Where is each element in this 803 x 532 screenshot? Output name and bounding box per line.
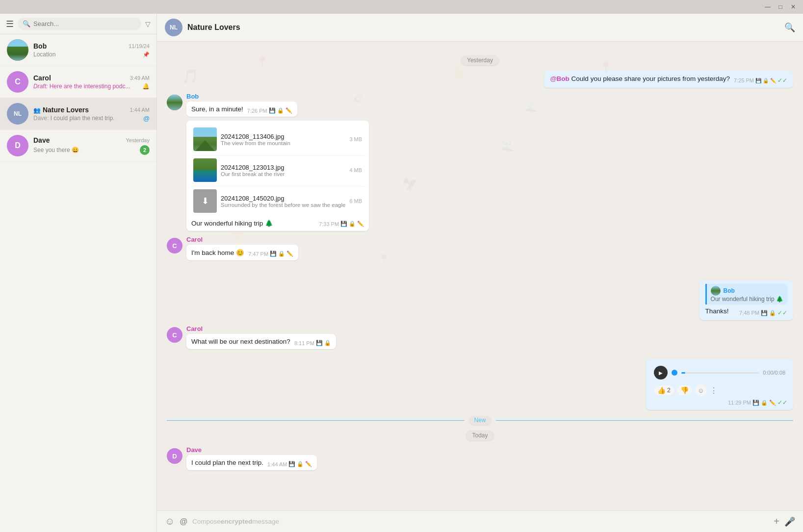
chat-info-carol: Carol 3:49 AM Draft: Here are the intere…	[33, 74, 150, 90]
msg-content-dave-1: Dave I could plan the next trip. 1:44 AM…	[186, 446, 317, 470]
at-badge-nature-lovers: @	[143, 115, 150, 122]
minimize-button[interactable]: —	[764, 3, 772, 11]
compose-attach-icon[interactable]: +	[774, 516, 779, 527]
msg-content-bob-files: 20241208_113406.jpg The view from the mo…	[186, 121, 369, 231]
compose-message-suffix: message	[252, 518, 279, 525]
message-group-carol-2: C Carol What will be our next destinatio…	[167, 325, 793, 349]
reaction-thumbsup[interactable]: 👍 2	[654, 385, 674, 395]
file-footer-text: Our wonderful hiking trip 🌲	[191, 219, 273, 227]
compose-bar: ☺ @ Compose encrypted message + 🎤	[157, 510, 803, 532]
save-icon-b1: 💾	[269, 107, 276, 114]
draft-label-carol: Draft:	[33, 83, 48, 90]
edit-icon-bf: ✏️	[357, 221, 364, 227]
edit-icon: ✏️	[770, 78, 776, 83]
file-name-2: 20241208_123013.jpg	[221, 164, 345, 171]
thumbsdown-emoji: 👎	[680, 386, 689, 394]
chat-time-dave: Yesterday	[126, 137, 150, 143]
msg-avatar-carol-2: C	[167, 327, 182, 343]
chat-item-bob[interactable]: Bob 11/19/24 Location 📌	[0, 34, 156, 66]
msg-bubble-bob-1: Sure, in a minute! 7:26 PM 💾 🔒 ✏️	[186, 101, 297, 117]
msg-bubble-carol-2: What will be our next destination? 8:11 …	[186, 334, 336, 349]
maximize-button[interactable]: □	[777, 3, 784, 11]
filter-icon[interactable]: ▽	[145, 20, 151, 28]
chat-time-bob: 11/19/24	[129, 43, 150, 49]
audio-dot	[672, 370, 677, 376]
file-attachment-3[interactable]: ⬇ 20241208_145020.jpg Surrounded by the …	[189, 186, 366, 216]
chat-preview-carol: Draft: Here are the interesting podc...	[33, 83, 142, 90]
day-divider-today: Today	[167, 431, 793, 440]
audio-bar[interactable]	[681, 372, 759, 374]
file-info-3: 20241208_145020.jpg Surrounded by the fo…	[221, 195, 345, 208]
audio-player: ▶ 0:00/0:08	[652, 363, 787, 382]
compose-at-icon[interactable]: @	[180, 517, 187, 526]
reaction-thumbsdown[interactable]: 👎	[677, 385, 692, 395]
quoted-text-thanks: Our wonderful hiking trip 🌲	[711, 296, 783, 303]
file-info-2: 20241208_123013.jpg Our first break at t…	[221, 164, 345, 177]
chat-main: NL Nature Lovers 🔍 🎵 📍 🎸 ⭐ 🌊 📍 🎵 🌿 🦅	[157, 14, 803, 532]
chat-item-nature-lovers[interactable]: NL 👥 Nature Lovers 1:44 AM Dave: I could…	[0, 98, 156, 130]
message-group-dave-1: D Dave I could plan the next trip. 1:44 …	[167, 446, 793, 470]
chat-preview-bob: Location	[33, 51, 143, 58]
compose-mic-icon[interactable]: 🎤	[784, 516, 795, 527]
chat-name-carol: Carol	[33, 74, 51, 82]
msg-sender-dave-1: Dave	[186, 446, 317, 454]
chat-name-dave: Dave	[33, 136, 50, 144]
msg-meta-carol-1: 7:47 PM 💾 🔒 ✏️	[248, 251, 293, 257]
file-thumb-3: ⬇	[193, 189, 217, 213]
thumbsup-emoji: 👍	[657, 386, 666, 394]
menu-icon[interactable]: ☰	[6, 19, 14, 29]
chat-info-bob: Bob 11/19/24 Location 📌	[33, 42, 150, 58]
new-label: New	[469, 416, 491, 425]
edit-icon-b1: ✏️	[285, 107, 292, 114]
save-icon-c2: 💾	[316, 340, 323, 346]
file-desc-3: Surrounded by the forest before we saw t…	[221, 202, 345, 208]
msg-content-carol-1: Carol I'm back home 😊 7:47 PM 💾 🔒 ✏️	[186, 236, 298, 260]
msg-meta-thanks: 7:48 PM 💾 🔒 ✓✓	[739, 309, 787, 316]
msg-sender-carol-2: Carol	[186, 325, 336, 332]
play-button[interactable]: ▶	[654, 366, 668, 380]
search-box[interactable]: 🔍	[18, 18, 141, 30]
search-input[interactable]	[33, 20, 136, 27]
draft-text-carol: Here are the interesting podc...	[50, 83, 130, 90]
msg-meta-bob-files: 7:33 PM 💾 🔒 ✏️	[319, 221, 364, 227]
lock-icon-v: 🔒	[761, 400, 768, 406]
mention-bob: @Bob	[550, 75, 569, 82]
chat-item-dave[interactable]: D Dave Yesterday See you there 😀 2	[0, 130, 156, 162]
file-size-1: 3 MB	[349, 136, 362, 142]
msg-avatar-dave-1: D	[167, 448, 182, 464]
check-icon-1: ✓✓	[777, 77, 787, 84]
file-thumb-1	[193, 127, 217, 151]
file-footer: Our wonderful hiking trip 🌲 7:33 PM 💾 🔒 …	[189, 217, 366, 228]
voice-meta: 11:29 PM 💾 🔒 ✏️ ✓✓	[652, 397, 787, 406]
lock-icon-c2: 🔒	[324, 340, 331, 346]
reaction-add-emoji[interactable]: ☺	[695, 384, 707, 396]
file-attachment-2[interactable]: 20241208_123013.jpg Our first break at t…	[189, 155, 366, 185]
file-attachment-1[interactable]: 20241208_113406.jpg The view from the mo…	[189, 125, 366, 154]
msg-meta-carol-2: 8:11 PM 💾 🔒	[294, 340, 331, 346]
compose-emoji-icon[interactable]: ☺	[165, 516, 175, 527]
chat-info-nature-lovers: 👥 Nature Lovers 1:44 AM Dave: I could pl…	[33, 106, 150, 122]
chat-time-nature-lovers: 1:44 AM	[130, 107, 150, 113]
header-search-icon[interactable]: 🔍	[784, 22, 795, 33]
save-icon: 💾	[755, 78, 761, 83]
pin-icon-bob: 📌	[143, 51, 150, 58]
reaction-count-thumbsup: 2	[667, 387, 671, 394]
chat-messages[interactable]: 🎵 📍 🎸 ⭐ 🌊 📍 🎵 🌿 🦅 🌊 ⭐ 📍 Yesterday	[157, 42, 803, 510]
file-thumb-2	[193, 158, 217, 182]
msg-text-own-1: Could you please share your pictures fro…	[571, 75, 730, 82]
check-icon-voice: ✓✓	[777, 399, 787, 406]
check-icon-thanks: ✓✓	[777, 309, 787, 316]
compose-input-area[interactable]: Compose encrypted message	[192, 518, 769, 525]
msg-text-bob-1: Sure, in a minute!	[191, 105, 243, 113]
close-button[interactable]: ✕	[789, 3, 797, 11]
chat-preview-nature-lovers: Dave: I could plan the next trip.	[33, 115, 143, 122]
msg-sender-bob-1: Bob	[186, 93, 297, 100]
reaction-more[interactable]: ⋮	[710, 386, 718, 395]
message-group-own-thanks: Bob Our wonderful hiking trip 🌲 Thanks! …	[167, 280, 793, 320]
app-body: ☰ 🔍 ▽ Bob 11/19/24 Location	[0, 14, 803, 532]
search-icon: 🔍	[23, 20, 30, 27]
chat-item-carol[interactable]: C Carol 3:49 AM Draft: Here are the inte…	[0, 66, 156, 98]
lock-icon-d1: 🔒	[297, 461, 304, 467]
file-size-3: 6 MB	[349, 198, 362, 204]
avatar-carol: C	[7, 71, 28, 93]
